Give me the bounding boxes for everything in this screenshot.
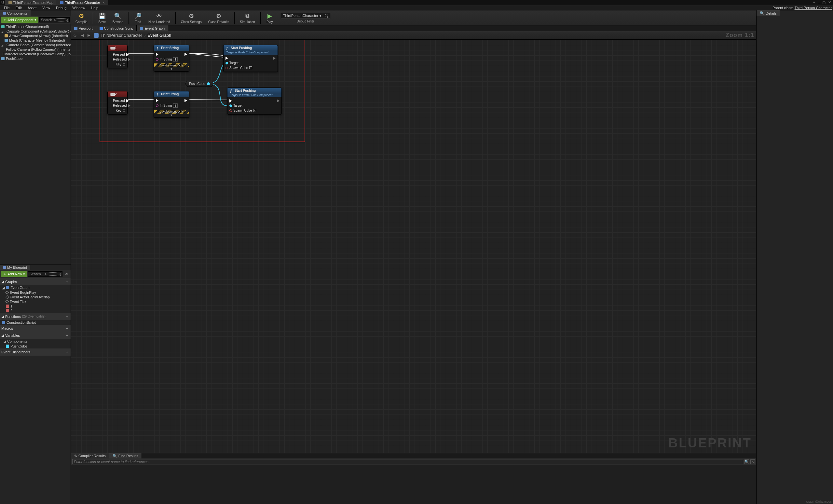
menu-help[interactable]: Help [88,6,101,10]
component-tree-row[interactable]: Camera Boom (CameraBoom) (Inherited) [0,43,71,47]
graph-item[interactable]: ◢EventGraph [0,285,71,290]
pin-spawn-cube-in[interactable]: Spawn Cube [230,109,256,112]
pin-value-out[interactable] [207,82,210,85]
pin-target-in[interactable]: Target [225,61,239,65]
search-icon[interactable] [325,14,328,17]
pin-pressed-out[interactable]: Pressed [113,53,129,56]
find-references-input[interactable]: Enter function or event name to find ref… [72,459,743,464]
hide-unrelated-button[interactable]: 👁Hide Unrelated [146,11,173,24]
pin-target-in[interactable]: Target [230,104,242,107]
component-tree-row[interactable]: Mesh (CharacterMesh0) (Inherited) [0,38,71,43]
components-tree[interactable]: ThirdPersonCharacter(self)Capsule Compon… [0,24,71,265]
variable-item[interactable]: PushCube [0,344,71,349]
section-variables[interactable]: ◢Variables ＋ [0,332,71,339]
section-macros[interactable]: Macros ＋ [0,325,71,332]
filter-icon[interactable]: ⌂ [751,459,755,464]
in-string-value[interactable] [173,103,178,108]
nav-back-button[interactable]: ◀ [80,32,85,38]
node-print-string-2[interactable]: ƒPrint String In String Development Only… [153,91,189,118]
graph-item[interactable]: Event Tick [0,299,71,304]
plus-icon[interactable]: ＋ [65,314,69,319]
tab-viewport[interactable]: Viewport [71,25,96,31]
pin-exec-out[interactable] [273,56,276,60]
graph-item[interactable]: 1 [0,304,71,309]
eye-icon[interactable]: 👁 [64,272,70,276]
node-start-pushing-1[interactable]: ƒStart Pushing Target is Push Cube Compo… [223,45,278,72]
debug-filter-dropdown[interactable]: ThirdPersonCharacter ▾ [281,13,330,19]
pin-in-string[interactable]: In String [156,57,178,62]
components-search[interactable]: Search [39,17,70,22]
tab-example-map[interactable]: ThirdPersonExampleMap [5,0,57,5]
parent-class-link[interactable]: Third Person Character [794,6,832,10]
class-settings-button[interactable]: ⚙Class Settings [178,11,204,24]
menu-view[interactable]: View [40,6,53,10]
tab-compiler-results[interactable]: ✎Compiler Results [71,453,109,458]
tab-event-graph[interactable]: Event Graph [137,25,168,31]
plus-icon[interactable]: ＋ [65,333,69,338]
pin-in-string[interactable]: In String [156,103,178,108]
section-dispatchers[interactable]: Event Dispatchers ＋ [0,349,71,356]
component-tree-row[interactable]: ThirdPersonCharacter(self) [0,24,71,29]
maximize-button[interactable]: ▢ [822,0,826,4]
nav-forward-button[interactable]: ▶ [86,32,91,38]
menu-debug[interactable]: Debug [53,6,69,10]
node-var-pushcube[interactable]: Push Cube [186,81,213,87]
node-input-key-2[interactable]: ⌨2 Pressed Released Key [108,91,127,115]
tab-character-blueprint[interactable]: ThirdPersonCharacter × [57,0,109,5]
pin-spawn-cube-in[interactable]: Spawn Cube [225,66,252,70]
node-input-key-1[interactable]: ⌨1 Pressed Released Key [108,45,127,68]
save-button[interactable]: 💾Save [96,11,109,24]
checkbox-unchecked[interactable] [249,66,252,69]
menu-asset[interactable]: Asset [25,6,39,10]
minimize-button[interactable]: – [818,1,820,4]
plus-icon[interactable]: ＋ [65,326,69,331]
pin-exec-in[interactable] [156,99,159,102]
favorite-icon[interactable]: ☆ [73,33,77,38]
my-blueprint-tab[interactable]: My Blueprint [0,265,30,270]
checkbox-checked[interactable] [253,109,256,112]
myblueprint-search[interactable]: Search [28,271,63,277]
function-item[interactable]: ConstructionScript [0,320,71,325]
pin-pressed-out[interactable]: Pressed [113,99,129,102]
component-tree-row[interactable]: Capsule Component (CollisionCylinder) (I… [0,29,71,33]
close-button[interactable]: ✕ [828,0,831,4]
dropdown-icon[interactable]: ▾ [813,0,815,4]
menu-window[interactable]: Window [70,6,88,10]
variable-group[interactable]: ◢Components [0,339,71,344]
browse-button[interactable]: 🔍Browse [110,11,126,24]
plus-icon[interactable]: ＋ [65,279,69,285]
compile-button[interactable]: ⚙Compile [73,11,90,24]
pin-exec-out[interactable] [185,99,187,102]
menu-file[interactable]: File [1,6,13,10]
pin-released-out[interactable]: Released [113,104,130,107]
simulation-button[interactable]: ⧉Simulation [237,11,258,24]
class-defaults-button[interactable]: ⚙Class Defaults [206,11,232,24]
close-icon[interactable]: × [102,1,104,4]
pin-released-out[interactable]: Released [113,57,130,61]
menu-edit[interactable]: Edit [13,6,24,10]
event-graph-canvas[interactable]: BLUEPRINT ⌨1 Pressed Released Key ƒPrint… [71,40,756,453]
crumb-leaf[interactable]: Event Graph [147,33,171,38]
node-start-pushing-2[interactable]: ƒStart Pushing Target is Push Cube Compo… [227,88,282,115]
pin-exec-in[interactable] [156,53,159,56]
find-button[interactable]: 🔎Find [132,11,144,24]
component-tree-row[interactable]: PushCube [0,56,71,61]
node-print-string-1[interactable]: ƒPrint String In String Development Only… [153,45,189,72]
expand-node-icon[interactable]: ▼ [154,67,189,71]
pin-exec-in[interactable] [230,99,232,102]
pin-key-out[interactable]: Key [116,109,125,112]
graph-item[interactable]: 2 [0,309,71,313]
tab-construction-script[interactable]: Construction Scrip [96,25,137,31]
details-tab[interactable]: 🔍 Details [757,10,780,16]
pin-exec-out[interactable] [277,99,280,102]
crumb-root[interactable]: ThirdPersonCharacter [100,33,142,38]
tab-find-results[interactable]: 🔍Find Results [109,453,142,458]
play-button[interactable]: ▶Play [263,11,276,24]
pin-exec-in[interactable] [225,56,228,60]
section-functions[interactable]: ◢Functions (29 Overridable) ＋ [0,313,71,320]
component-tree-row[interactable]: Character Movement (CharMoveComp) (Inher… [0,52,71,56]
search-icon[interactable]: 🔍 [744,459,749,464]
add-component-button[interactable]: ＋ Add Component ▾ [1,17,39,23]
components-tab[interactable]: Components [0,10,30,16]
pin-exec-out[interactable] [185,53,187,56]
